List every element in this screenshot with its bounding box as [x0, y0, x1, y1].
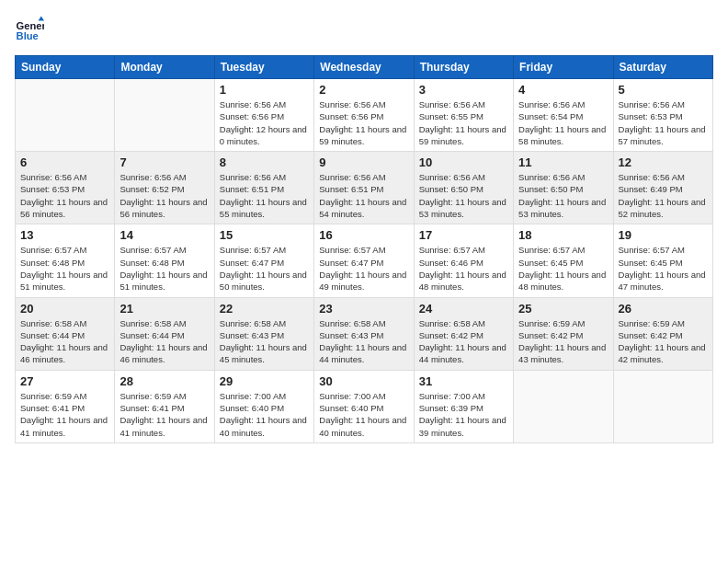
- weekday-header-monday: Monday: [115, 56, 214, 79]
- calendar-cell: 1Sunrise: 6:56 AMSunset: 6:56 PMDaylight…: [214, 79, 313, 152]
- calendar-body: 1Sunrise: 6:56 AMSunset: 6:56 PMDaylight…: [16, 79, 713, 443]
- day-number: 24: [419, 302, 508, 316]
- day-info: Sunrise: 6:56 AMSunset: 6:51 PMDaylight:…: [319, 171, 408, 220]
- svg-text:General: General: [17, 20, 44, 31]
- day-info: Sunrise: 6:59 AMSunset: 6:41 PMDaylight:…: [119, 390, 209, 439]
- calendar-cell: 14Sunrise: 6:57 AMSunset: 6:48 PMDayligh…: [115, 224, 214, 297]
- calendar-cell: 31Sunrise: 7:00 AMSunset: 6:39 PMDayligh…: [414, 370, 513, 442]
- day-info: Sunrise: 6:59 AMSunset: 6:42 PMDaylight:…: [518, 317, 608, 366]
- day-info: Sunrise: 6:56 AMSunset: 6:50 PMDaylight:…: [518, 171, 608, 220]
- weekday-header-tuesday: Tuesday: [214, 56, 313, 79]
- weekday-header-thursday: Thursday: [414, 56, 513, 79]
- calendar-week-row: 20Sunrise: 6:58 AMSunset: 6:44 PMDayligh…: [16, 297, 713, 370]
- calendar-cell: 22Sunrise: 6:58 AMSunset: 6:43 PMDayligh…: [214, 297, 313, 370]
- day-number: 6: [20, 155, 109, 169]
- day-number: 15: [220, 228, 309, 242]
- day-number: 7: [119, 155, 209, 169]
- calendar-cell: 8Sunrise: 6:56 AMSunset: 6:51 PMDaylight…: [214, 152, 313, 224]
- day-number: 26: [619, 302, 708, 316]
- day-info: Sunrise: 6:58 AMSunset: 6:44 PMDaylight:…: [20, 317, 109, 366]
- day-number: 30: [319, 374, 408, 388]
- day-number: 2: [319, 83, 408, 97]
- day-info: Sunrise: 6:58 AMSunset: 6:44 PMDaylight:…: [119, 317, 209, 366]
- svg-marker-2: [39, 17, 44, 21]
- calendar-cell: 27Sunrise: 6:59 AMSunset: 6:41 PMDayligh…: [16, 370, 115, 442]
- day-info: Sunrise: 6:56 AMSunset: 6:52 PMDaylight:…: [119, 171, 209, 220]
- day-info: Sunrise: 6:56 AMSunset: 6:50 PMDaylight:…: [419, 171, 508, 220]
- calendar: SundayMondayTuesdayWednesdayThursdayFrid…: [15, 55, 713, 443]
- calendar-cell: [16, 79, 115, 152]
- day-number: 17: [419, 228, 508, 242]
- day-info: Sunrise: 6:56 AMSunset: 6:55 PMDaylight:…: [419, 98, 508, 147]
- day-number: 22: [220, 302, 309, 316]
- weekday-header-wednesday: Wednesday: [314, 56, 414, 79]
- day-number: 25: [518, 302, 608, 316]
- day-number: 28: [119, 374, 209, 388]
- day-info: Sunrise: 6:56 AMSunset: 6:56 PMDaylight:…: [319, 98, 408, 147]
- day-number: 1: [220, 83, 309, 97]
- calendar-cell: 29Sunrise: 7:00 AMSunset: 6:40 PMDayligh…: [214, 370, 313, 442]
- calendar-cell: 5Sunrise: 6:56 AMSunset: 6:53 PMDaylight…: [613, 79, 712, 152]
- weekday-header-sunday: Sunday: [16, 56, 115, 79]
- calendar-week-row: 13Sunrise: 6:57 AMSunset: 6:48 PMDayligh…: [16, 224, 713, 297]
- day-info: Sunrise: 6:58 AMSunset: 6:43 PMDaylight:…: [220, 317, 309, 366]
- day-info: Sunrise: 6:59 AMSunset: 6:41 PMDaylight:…: [20, 390, 109, 439]
- day-info: Sunrise: 6:56 AMSunset: 6:53 PMDaylight:…: [20, 171, 109, 220]
- calendar-cell: 10Sunrise: 6:56 AMSunset: 6:50 PMDayligh…: [414, 152, 513, 224]
- weekday-header-friday: Friday: [514, 56, 613, 79]
- day-number: 27: [20, 374, 109, 388]
- calendar-cell: 13Sunrise: 6:57 AMSunset: 6:48 PMDayligh…: [16, 224, 115, 297]
- day-number: 21: [119, 302, 209, 316]
- calendar-cell: [115, 79, 214, 152]
- day-number: 20: [20, 302, 109, 316]
- day-info: Sunrise: 6:58 AMSunset: 6:42 PMDaylight:…: [419, 317, 508, 366]
- day-number: 13: [20, 228, 109, 242]
- day-info: Sunrise: 6:57 AMSunset: 6:47 PMDaylight:…: [319, 244, 408, 293]
- day-number: 10: [419, 155, 508, 169]
- day-number: 18: [518, 228, 608, 242]
- day-info: Sunrise: 7:00 AMSunset: 6:40 PMDaylight:…: [319, 390, 408, 439]
- calendar-cell: 24Sunrise: 6:58 AMSunset: 6:42 PMDayligh…: [414, 297, 513, 370]
- day-info: Sunrise: 6:56 AMSunset: 6:56 PMDaylight:…: [220, 98, 309, 147]
- day-number: 4: [518, 83, 608, 97]
- day-info: Sunrise: 6:57 AMSunset: 6:46 PMDaylight:…: [419, 244, 508, 293]
- day-number: 11: [518, 155, 608, 169]
- day-number: 29: [220, 374, 309, 388]
- day-number: 23: [319, 302, 408, 316]
- calendar-cell: 4Sunrise: 6:56 AMSunset: 6:54 PMDaylight…: [514, 79, 613, 152]
- calendar-cell: 3Sunrise: 6:56 AMSunset: 6:55 PMDaylight…: [414, 79, 513, 152]
- day-info: Sunrise: 6:59 AMSunset: 6:42 PMDaylight:…: [619, 317, 708, 366]
- calendar-cell: 6Sunrise: 6:56 AMSunset: 6:53 PMDaylight…: [16, 152, 115, 224]
- calendar-cell: 11Sunrise: 6:56 AMSunset: 6:50 PMDayligh…: [514, 152, 613, 224]
- calendar-cell: 26Sunrise: 6:59 AMSunset: 6:42 PMDayligh…: [613, 297, 712, 370]
- day-number: 8: [220, 155, 309, 169]
- day-number: 12: [619, 155, 708, 169]
- calendar-cell: 2Sunrise: 6:56 AMSunset: 6:56 PMDaylight…: [314, 79, 414, 152]
- calendar-cell: [613, 370, 712, 442]
- day-number: 16: [319, 228, 408, 242]
- calendar-cell: 9Sunrise: 6:56 AMSunset: 6:51 PMDaylight…: [314, 152, 414, 224]
- day-info: Sunrise: 6:57 AMSunset: 6:48 PMDaylight:…: [20, 244, 109, 293]
- svg-text:Blue: Blue: [17, 30, 39, 41]
- calendar-cell: 19Sunrise: 6:57 AMSunset: 6:45 PMDayligh…: [613, 224, 712, 297]
- calendar-cell: [514, 370, 613, 442]
- calendar-cell: 16Sunrise: 6:57 AMSunset: 6:47 PMDayligh…: [314, 224, 414, 297]
- day-info: Sunrise: 6:56 AMSunset: 6:51 PMDaylight:…: [220, 171, 309, 220]
- page-header: General Blue: [15, 15, 713, 44]
- calendar-week-row: 6Sunrise: 6:56 AMSunset: 6:53 PMDaylight…: [16, 152, 713, 224]
- day-info: Sunrise: 6:57 AMSunset: 6:45 PMDaylight:…: [619, 244, 708, 293]
- day-number: 9: [319, 155, 408, 169]
- calendar-week-row: 27Sunrise: 6:59 AMSunset: 6:41 PMDayligh…: [16, 370, 713, 442]
- calendar-cell: 17Sunrise: 6:57 AMSunset: 6:46 PMDayligh…: [414, 224, 513, 297]
- day-info: Sunrise: 6:57 AMSunset: 6:48 PMDaylight:…: [119, 244, 209, 293]
- calendar-cell: 23Sunrise: 6:58 AMSunset: 6:43 PMDayligh…: [314, 297, 414, 370]
- calendar-cell: 25Sunrise: 6:59 AMSunset: 6:42 PMDayligh…: [514, 297, 613, 370]
- day-info: Sunrise: 6:56 AMSunset: 6:53 PMDaylight:…: [619, 98, 708, 147]
- calendar-cell: 15Sunrise: 6:57 AMSunset: 6:47 PMDayligh…: [214, 224, 313, 297]
- calendar-cell: 30Sunrise: 7:00 AMSunset: 6:40 PMDayligh…: [314, 370, 414, 442]
- day-number: 3: [419, 83, 508, 97]
- day-info: Sunrise: 7:00 AMSunset: 6:40 PMDaylight:…: [220, 390, 309, 439]
- calendar-cell: 18Sunrise: 6:57 AMSunset: 6:45 PMDayligh…: [514, 224, 613, 297]
- day-info: Sunrise: 6:56 AMSunset: 6:49 PMDaylight:…: [619, 171, 708, 220]
- calendar-cell: 12Sunrise: 6:56 AMSunset: 6:49 PMDayligh…: [613, 152, 712, 224]
